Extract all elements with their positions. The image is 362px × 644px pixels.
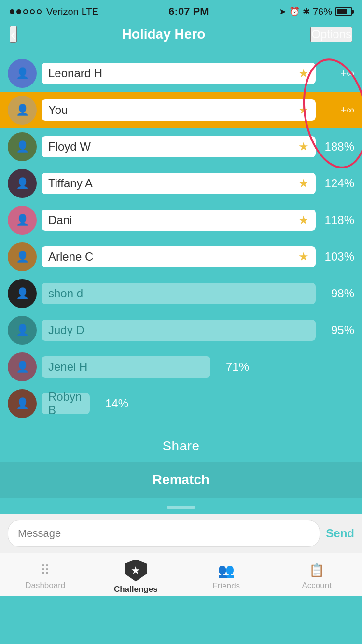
rematch-button[interactable]: Rematch [153,472,209,488]
player-name: Jenel H [48,360,87,374]
signal-dots [10,9,42,14]
back-button[interactable]: ‹ [10,26,17,43]
battery-tip [352,10,354,14]
tab-challenges[interactable]: Challenges [91,556,181,594]
dashboard-icon: ⠿ [41,563,50,578]
player-name: Arlene C [48,250,93,264]
score: 71% [215,360,249,374]
name-bar: Jenel H [42,356,210,378]
name-bar: shon d [42,283,316,304]
status-time: 6:07 PM [168,5,209,18]
avatar-you: 👤 [8,96,37,125]
player-name: Robyn B [48,390,83,417]
score: 103% [320,250,354,264]
carrier-label: Verizon [46,6,79,17]
name-bar-you: You ★ [42,99,316,121]
share-button[interactable]: Share [162,438,199,454]
battery-percent: 76% [313,6,332,17]
location-icon: ➤ [279,6,286,17]
avatar: 👤 [8,316,37,345]
dot1 [10,9,14,14]
star-icon: ★ [298,140,309,154]
list-item: 👤 Dani ★ 118% [0,202,362,238]
name-bar: Robyn B [42,393,90,414]
status-right: ➤ ⏰ ✱ 76% [279,6,352,17]
status-left: Verizon LTE [10,6,98,17]
list-item: 👤 Arlene C ★ 103% [0,238,362,275]
scroll-indicator [0,498,362,514]
avatar: 👤 [8,242,37,271]
leaderboard: 👤 Leonard H ★ +∞ 👤 You ★ +∞ 👤 Floyd W ★ … [0,50,362,427]
tab-bar: ⠿ Dashboard Challenges 👥 Friends 📋 Accou… [0,553,362,596]
account-icon: 📋 [309,563,324,578]
list-item-you: 👤 You ★ +∞ [0,92,362,128]
name-bar: Dani ★ [42,210,316,231]
avatar: 👤 [8,169,37,198]
rematch-section: Rematch [0,462,362,498]
tab-account-label: Account [302,581,332,590]
avatar: 👤 [8,389,37,418]
player-name: Floyd W [48,140,91,154]
list-item: 👤 Robyn B 14% [0,385,362,422]
star-icon-you: ★ [298,103,309,117]
scroll-pill [167,506,195,509]
options-button[interactable]: Options [310,27,352,42]
list-item: 👤 Leonard H ★ +∞ [0,55,362,92]
player-name: Tiffany A [48,177,93,190]
tab-friends[interactable]: 👥 Friends [181,559,272,591]
share-section: Share [0,427,362,462]
list-item: 👤 Jenel H 71% [0,349,362,385]
network-label: LTE [82,6,98,17]
header: ‹ Holiday Hero Options [0,21,362,50]
name-bar: Leonard H ★ [42,63,316,84]
message-input[interactable] [8,520,320,547]
bluetooth-icon: ✱ [303,6,310,17]
tab-dashboard[interactable]: ⠿ Dashboard [0,559,91,590]
name-bar: Floyd W ★ [42,136,316,157]
name-bar: Judy D [42,320,316,341]
star-icon: ★ [298,213,309,227]
tab-account[interactable]: 📋 Account [272,559,362,590]
send-button[interactable]: Send [326,527,354,540]
status-bar: Verizon LTE 6:07 PM ➤ ⏰ ✱ 76% [0,0,362,21]
avatar: 👤 [8,352,37,381]
tab-dashboard-label: Dashboard [25,581,65,590]
score-you: +∞ [320,104,354,116]
star-icon: ★ [298,177,309,190]
list-item: 👤 Tiffany A ★ 124% [0,165,362,202]
list-item: 👤 shon d 98% [0,275,362,312]
score: 98% [320,287,354,300]
avatar: 👤 [8,279,37,308]
tab-friends-label: Friends [212,581,240,591]
message-section: Send [0,514,362,553]
score: 124% [320,177,354,190]
challenges-shield-icon [125,560,147,582]
star-icon: ★ [298,250,309,264]
player-name-you: You [48,103,68,117]
player-name: Leonard H [48,67,102,80]
tab-challenges-label: Challenges [114,585,158,594]
score: 14% [95,397,128,410]
dot3 [23,9,28,14]
page-title: Holiday Hero [122,27,206,42]
score: 188% [320,140,354,154]
score: +∞ [320,67,354,80]
battery-fill [337,9,347,14]
dot2 [16,9,21,14]
star-icon: ★ [298,67,309,80]
name-bar: Arlene C ★ [42,246,316,267]
avatar: 👤 [8,206,37,235]
list-item: 👤 Floyd W ★ 188% [0,128,362,165]
player-name: shon d [48,287,83,300]
alarm-icon: ⏰ [289,6,300,17]
avatar: 👤 [8,132,37,161]
avatar: 👤 [8,59,37,88]
score: 118% [320,213,354,227]
name-bar: Tiffany A ★ [42,173,316,194]
dot4 [30,9,35,14]
score: 95% [320,323,354,337]
player-name: Dani [48,213,72,227]
friends-icon: 👥 [218,562,235,578]
list-item: 👤 Judy D 95% [0,312,362,349]
dot5 [37,9,42,14]
